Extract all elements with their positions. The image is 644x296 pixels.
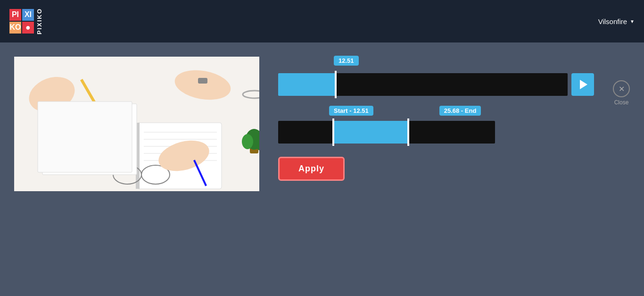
svg-point-18	[242, 134, 253, 149]
user-menu[interactable]: Vilsonfire ▼	[598, 17, 635, 25]
svg-rect-28	[38, 101, 132, 172]
timeline1-bar-row	[278, 71, 594, 98]
logo-cell-ko: KO	[9, 22, 21, 34]
svg-rect-25	[198, 78, 207, 84]
logo-grid: PI XI KO ●	[9, 9, 34, 34]
timeline2-container: Start - 12.51 25.68 - End	[278, 121, 594, 144]
chevron-down-icon: ▼	[630, 19, 635, 24]
range-labels: Start - 12.51 25.68 - End	[329, 106, 481, 116]
play-icon	[580, 80, 587, 89]
timeline2-black-left	[278, 121, 332, 144]
logo-cell-dot: ●	[22, 22, 34, 34]
timeline2-bar	[278, 121, 495, 144]
timeline1-black-segment	[337, 73, 568, 96]
apply-button[interactable]: Apply	[278, 157, 345, 181]
logo-text: PIXIKO	[36, 8, 43, 34]
end-label-badge: 25.68 - End	[439, 106, 481, 116]
timeline2-black-right	[409, 121, 495, 144]
right-panel: 12.51 Start - 12.51 25.68 - End	[278, 57, 594, 181]
logo-cell-xi: XI	[22, 9, 34, 21]
close-icon: ✕	[613, 80, 630, 97]
workspace-svg	[14, 57, 259, 191]
start-label-badge: Start - 12.51	[329, 106, 373, 116]
video-preview	[14, 57, 259, 191]
logo-cell-pi: PI	[9, 9, 21, 21]
timeline1-blue-segment	[278, 73, 335, 96]
workspace-image	[14, 57, 259, 191]
close-label: Close	[614, 99, 629, 106]
main-content: 12.51 Start - 12.51 25.68 - End	[0, 42, 644, 296]
timeline1-position-label: 12.51	[334, 56, 359, 66]
close-button[interactable]: ✕ Close	[613, 57, 630, 106]
timeline1-container: 12.51	[278, 71, 594, 98]
play-button[interactable]	[571, 73, 594, 96]
apply-btn-container: Apply	[278, 157, 594, 181]
user-name: Vilsonfire	[598, 17, 627, 25]
logo: PI XI KO ● PIXIKO	[9, 8, 43, 34]
header: PI XI KO ● PIXIKO Vilsonfire ▼	[0, 0, 644, 42]
position-label-badge: 12.51	[334, 56, 359, 66]
timeline2-blue-mid	[334, 121, 407, 144]
